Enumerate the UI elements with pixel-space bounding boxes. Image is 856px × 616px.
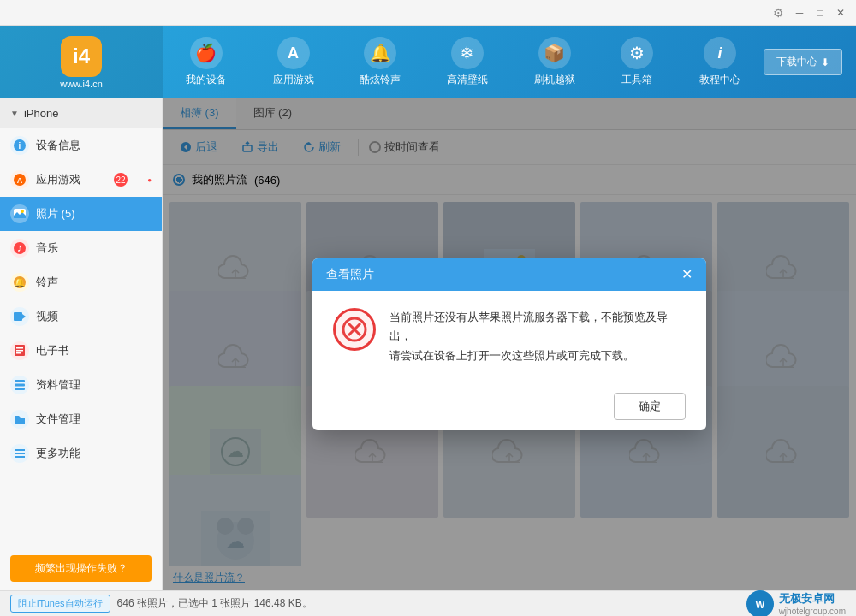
ringtones-icon: 🔔 bbox=[10, 273, 29, 292]
nav-icon-wallpaper: ❄ bbox=[451, 37, 484, 69]
modal-message-line2: 请尝试在设备上打开一次这些照片或可完成下载。 bbox=[389, 346, 686, 365]
svg-rect-16 bbox=[16, 352, 21, 354]
nav-item-tutorial[interactable]: i 教程中心 bbox=[689, 30, 751, 94]
settings-icon[interactable]: ⚙ bbox=[773, 6, 784, 20]
nav-label-my-device: 我的设备 bbox=[186, 73, 227, 87]
download-center-button[interactable]: 下载中心 ⬇ bbox=[764, 49, 842, 75]
sidebar-device: ▼ iPhone bbox=[0, 98, 162, 128]
nav-label-ringtone: 酷炫铃声 bbox=[360, 73, 401, 87]
download-icon: ⬇ bbox=[821, 56, 829, 68]
music-icon: ♪ bbox=[10, 239, 29, 258]
nav-item-toolbox[interactable]: ⚙ 工具箱 bbox=[610, 30, 663, 94]
badge-dot-icon: ● bbox=[147, 176, 152, 184]
itunes-button[interactable]: 阻止iTunes自动运行 bbox=[10, 595, 110, 613]
statusbar-left: 阻止iTunes自动运行 646 张照片，已选中 1 张照片 146.48 KB… bbox=[10, 595, 312, 613]
svg-rect-18 bbox=[15, 384, 25, 387]
sidebar-bottom: 频繁出现操作失败？ bbox=[0, 547, 162, 590]
svg-rect-20 bbox=[15, 449, 25, 451]
modal-close-button[interactable]: ✕ bbox=[681, 268, 693, 281]
sidebar-item-music[interactable]: ♪ 音乐 bbox=[0, 231, 162, 265]
sidebar-label-ringtones: 铃声 bbox=[36, 275, 58, 290]
nav-item-wallpaper[interactable]: ❄ 高清壁纸 bbox=[437, 30, 498, 94]
sidebar-item-more[interactable]: 更多功能 bbox=[0, 436, 162, 471]
main-layout: ▼ iPhone i 设备信息 A 应用游戏 22 ● 照片 (5) ♪ bbox=[0, 98, 856, 590]
nav-item-apps[interactable]: A 应用游戏 bbox=[263, 30, 324, 94]
svg-rect-21 bbox=[15, 453, 25, 454]
sidebar-item-ringtones[interactable]: 🔔 铃声 bbox=[0, 265, 162, 299]
svg-text:🔔: 🔔 bbox=[14, 276, 26, 288]
nav-icon-apps: A bbox=[277, 37, 310, 69]
sidebar-item-video[interactable]: 视频 bbox=[0, 299, 162, 334]
sidebar-label-photos: 照片 (5) bbox=[36, 206, 75, 222]
titlebar: ⚙ ─ □ ✕ bbox=[0, 0, 856, 26]
nav-item-jailbreak[interactable]: 📦 刷机越狱 bbox=[524, 30, 586, 94]
nav-label-tutorial: 教程中心 bbox=[699, 73, 740, 87]
sidebar-label-music: 音乐 bbox=[36, 240, 58, 256]
modal-message: 当前照片还没有从苹果照片流服务器下载，不能预览及导出， 请尝试在设备上打开一次这… bbox=[389, 308, 686, 364]
data-mgmt-icon bbox=[10, 376, 29, 394]
device-name: iPhone bbox=[24, 107, 58, 120]
sidebar-item-data-mgmt[interactable]: 资料管理 bbox=[0, 368, 162, 402]
nav-icon-my-device: 🍎 bbox=[190, 37, 223, 69]
svg-rect-19 bbox=[15, 388, 25, 390]
sidebar-label-device-info: 设备信息 bbox=[36, 138, 80, 153]
freq-error-button[interactable]: 频繁出现操作失败？ bbox=[10, 555, 152, 582]
app-logo: i4 bbox=[61, 36, 102, 77]
modal-dialog: 查看照片 ✕ 当前照片还没有从苹果照片流服务器下载，不能预览及导出， 请尝试在设… bbox=[312, 258, 706, 429]
nav-icon-tutorial: i bbox=[704, 37, 736, 69]
video-icon bbox=[10, 307, 29, 326]
sidebar-label-file-mgmt: 文件管理 bbox=[36, 412, 80, 427]
sidebar-label-apps: 应用游戏 bbox=[36, 172, 80, 187]
modal-footer: 确定 bbox=[312, 382, 706, 430]
sidebar-label-video: 视频 bbox=[36, 309, 58, 324]
sidebar-item-ebook[interactable]: 电子书 bbox=[0, 334, 162, 368]
logo-char: i4 bbox=[73, 44, 90, 68]
sidebar-item-photos[interactable]: 照片 (5) bbox=[0, 197, 162, 231]
content-area: 相簿 (3) 图库 (2) 后退 导出 刷新 按时间查看 bbox=[163, 98, 856, 590]
svg-rect-15 bbox=[16, 350, 23, 352]
apps-icon: A bbox=[10, 170, 29, 189]
device-info-icon: i bbox=[10, 136, 29, 155]
sidebar: ▼ iPhone i 设备信息 A 应用游戏 22 ● 照片 (5) ♪ bbox=[0, 98, 163, 590]
confirm-button[interactable]: 确定 bbox=[614, 393, 686, 420]
watermark-url: wjhotelgroup.com bbox=[779, 607, 846, 616]
modal-warning-icon bbox=[333, 308, 376, 351]
svg-point-6 bbox=[21, 210, 24, 213]
statusbar: 阻止iTunes自动运行 646 张照片，已选中 1 张照片 146.48 KB… bbox=[0, 590, 856, 616]
svg-rect-11 bbox=[14, 312, 22, 321]
sidebar-item-device-info[interactable]: i 设备信息 bbox=[0, 128, 162, 163]
nav-label-jailbreak: 刷机越狱 bbox=[534, 73, 575, 87]
svg-rect-14 bbox=[16, 347, 23, 349]
titlebar-controls: ⚙ ─ □ ✕ bbox=[773, 4, 849, 21]
minimize-button[interactable]: ─ bbox=[791, 4, 808, 21]
modal-header: 查看照片 ✕ bbox=[312, 258, 706, 291]
svg-marker-12 bbox=[22, 314, 26, 319]
status-text: 646 张照片，已选中 1 张照片 146.48 KB。 bbox=[117, 596, 312, 611]
modal-overlay: 查看照片 ✕ 当前照片还没有从苹果照片流服务器下载，不能预览及导出， 请尝试在设… bbox=[163, 98, 856, 590]
svg-text:A: A bbox=[17, 176, 23, 185]
nav-icon-ringtone: 🔔 bbox=[364, 37, 396, 69]
watermark-logo-icon: W bbox=[746, 590, 774, 617]
sidebar-label-more: 更多功能 bbox=[36, 446, 80, 461]
sidebar-label-ebook: 电子书 bbox=[36, 343, 69, 358]
download-label: 下载中心 bbox=[776, 55, 817, 69]
device-arrow-icon: ▼ bbox=[10, 109, 19, 118]
nav-label-toolbox: 工具箱 bbox=[621, 73, 652, 87]
nav-icon-jailbreak: 📦 bbox=[538, 37, 571, 69]
sidebar-item-apps[interactable]: A 应用游戏 22 ● bbox=[0, 163, 162, 197]
modal-message-line1: 当前照片还没有从苹果照片流服务器下载，不能预览及导出， bbox=[389, 308, 686, 346]
header: i4 www.i4.cn 🍎 我的设备 A 应用游戏 🔔 酷炫铃声 ❄ 高清壁纸… bbox=[0, 26, 856, 98]
svg-text:♪: ♪ bbox=[17, 241, 23, 254]
photos-icon bbox=[10, 204, 29, 223]
modal-title: 查看照片 bbox=[326, 267, 374, 282]
ebook-icon bbox=[10, 341, 29, 360]
watermark: W 无极安卓网 wjhotelgroup.com bbox=[746, 590, 846, 617]
nav-item-my-device[interactable]: 🍎 我的设备 bbox=[175, 30, 237, 94]
nav-item-ringtone[interactable]: 🔔 酷炫铃声 bbox=[349, 30, 411, 94]
close-button[interactable]: ✕ bbox=[832, 4, 849, 21]
sidebar-item-file-mgmt[interactable]: 文件管理 bbox=[0, 402, 162, 436]
sidebar-label-data-mgmt: 资料管理 bbox=[36, 377, 80, 393]
more-icon bbox=[10, 444, 29, 463]
maximize-button[interactable]: □ bbox=[811, 4, 829, 21]
logo-area: i4 www.i4.cn bbox=[0, 26, 163, 98]
